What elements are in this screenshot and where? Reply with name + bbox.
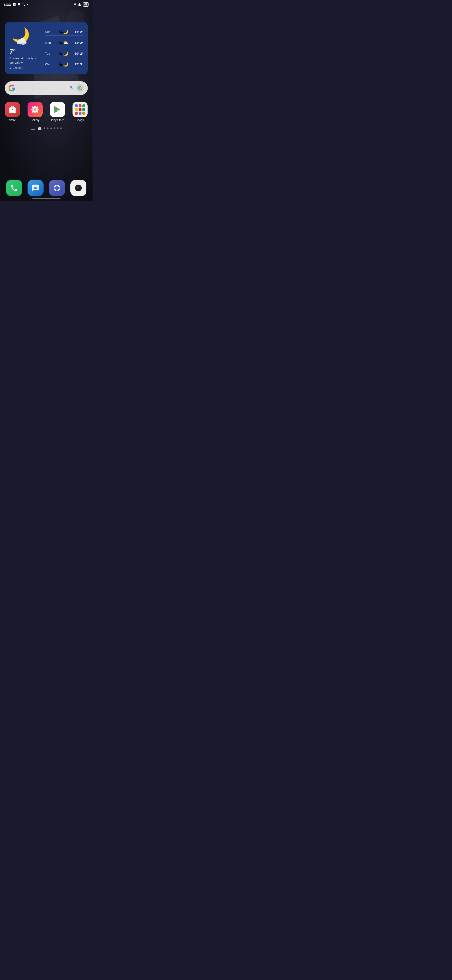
status-bar: 6:33 ● 42 xyxy=(0,0,92,8)
forecast-tue: Tue 🌤🌙 10° 2° xyxy=(45,50,83,57)
home-dot xyxy=(38,127,42,130)
svg-point-16 xyxy=(35,187,36,189)
star xyxy=(74,80,74,81)
battery-indicator: 42 xyxy=(83,2,89,6)
weather-temperature: 7° xyxy=(10,48,41,56)
svg-point-1 xyxy=(79,88,81,89)
weather-widget[interactable]: 🌙 ☁️ 7° Current air quality is unhealthy… xyxy=(5,22,88,74)
location-icon xyxy=(10,67,12,69)
app-google[interactable]: Google xyxy=(70,102,90,122)
google-search-bar[interactable] xyxy=(5,81,88,95)
lens-icon xyxy=(78,86,82,90)
wifi-icon xyxy=(73,3,77,6)
dock xyxy=(0,180,92,196)
google-youtube-icon xyxy=(79,108,81,111)
page-indicator xyxy=(0,127,92,130)
google-logo-icon xyxy=(8,85,15,91)
status-left: 6:33 ● xyxy=(4,3,28,6)
phone-icon xyxy=(22,3,25,6)
photo-icon xyxy=(12,3,16,6)
app-gallery[interactable]: Gallery xyxy=(25,102,45,122)
camera-lens-icon xyxy=(75,184,82,192)
phone-dock-icon xyxy=(6,180,22,196)
dock-messages[interactable] xyxy=(26,180,45,196)
playstore-label: Play Store xyxy=(51,118,64,122)
svg-point-26 xyxy=(77,187,78,187)
google-lens-button[interactable] xyxy=(76,84,84,92)
app-playstore[interactable]: Play Store xyxy=(48,102,68,122)
microphone-icon[interactable] xyxy=(68,86,74,91)
camera-dock-icon xyxy=(70,180,86,196)
google-apps-icon xyxy=(73,102,87,117)
dock-camera[interactable] xyxy=(69,180,88,196)
google-gmail-icon xyxy=(82,104,85,107)
chat-bubble-icon xyxy=(32,184,40,192)
signal-icon xyxy=(78,3,82,6)
weather-location: Ekbatan xyxy=(10,66,41,70)
gallery-label: Gallery xyxy=(31,118,40,122)
google-photos-icon xyxy=(75,112,78,115)
app-store[interactable]: Store xyxy=(2,102,22,122)
status-right: 42 xyxy=(73,2,89,6)
store-bag-icon xyxy=(8,105,17,114)
weather-cloud-icon: ☁️ xyxy=(16,36,27,47)
home-indicator[interactable] xyxy=(32,198,60,199)
svg-point-15 xyxy=(34,187,35,189)
dock-phone[interactable] xyxy=(5,180,24,196)
google-label: Google xyxy=(76,118,85,122)
dock-browser[interactable] xyxy=(48,180,67,196)
page-dot-2[interactable] xyxy=(47,127,49,129)
gallery-icon xyxy=(27,102,43,117)
google-g-icon xyxy=(75,104,78,107)
page-dot-4[interactable] xyxy=(54,127,55,129)
gallery-flower-icon xyxy=(31,105,39,114)
store-label: Store xyxy=(9,118,16,122)
google-chrome-icon xyxy=(79,104,81,107)
google-extra-icon xyxy=(82,112,85,115)
browser-dock-icon xyxy=(49,180,65,196)
lightbulb-icon xyxy=(17,3,21,6)
forecast-sun: Sun 🌤🌙 11° 2° xyxy=(45,28,83,36)
browser-orbit-icon xyxy=(53,184,61,192)
menu-icon xyxy=(31,127,35,130)
page-dot-5[interactable] xyxy=(57,127,59,129)
page-dot-3[interactable] xyxy=(51,127,52,129)
weather-description: Current air quality is unhealthy xyxy=(10,56,41,65)
weather-forecast: Sun 🌤🌙 11° 2° Mon 🌤⛅ 11° 2° Tue 🌤🌙 10° 2… xyxy=(45,27,83,70)
weather-left: 🌙 ☁️ 7° Current air quality is unhealthy… xyxy=(10,27,41,70)
forecast-wed: Wed 🌤🌙 12° 3° xyxy=(45,61,83,68)
phone-handset-icon xyxy=(10,184,18,192)
svg-point-17 xyxy=(36,187,38,189)
google-maps-icon xyxy=(75,108,78,111)
svg-point-19 xyxy=(57,188,58,189)
svg-point-11 xyxy=(34,109,35,110)
status-time: 6:33 xyxy=(4,3,11,6)
store-icon xyxy=(5,102,20,117)
google-meet-icon xyxy=(79,112,81,115)
google-drive-icon xyxy=(82,108,85,111)
playstore-play-icon xyxy=(53,105,62,114)
messages-dock-icon xyxy=(27,180,44,196)
notification-dot: ● xyxy=(27,3,28,6)
playstore-icon xyxy=(50,102,65,117)
forecast-mon: Mon 🌤⛅ 11° 2° xyxy=(45,39,83,46)
page-dot-6[interactable] xyxy=(60,127,62,129)
page-dot-1[interactable] xyxy=(44,127,45,129)
app-grid: Store Gallery xyxy=(2,102,90,122)
